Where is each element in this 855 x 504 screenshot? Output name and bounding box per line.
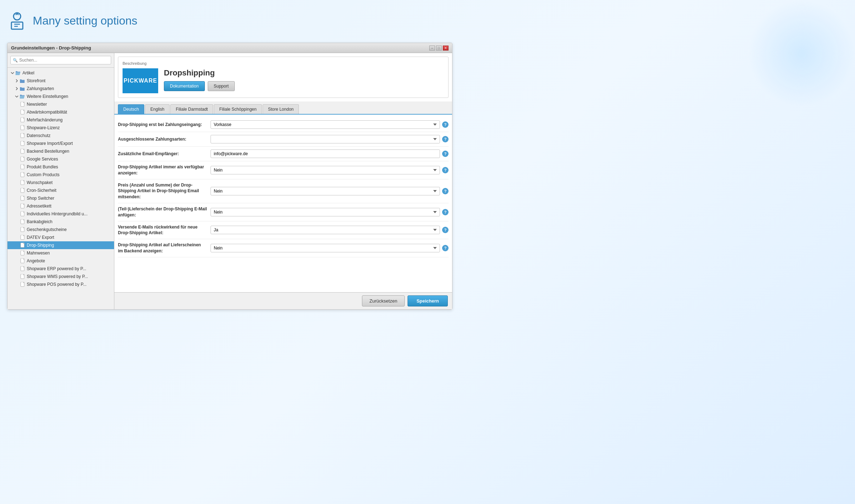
tab-deutsch[interactable]: Deutsch [118,104,144,114]
form-row-verfuegbar: Drop-Shipping Artikel immer als verfügba… [118,164,449,179]
support-button[interactable]: Support [208,81,235,91]
select-rueckwirkend[interactable]: JaNein [211,226,440,234]
search-box: 🔍 [7,53,114,68]
form-label-preis_email: Preis (Anzahl und Summe) der Drop-Shippi… [118,182,211,200]
form-section: Drop-Shipping erst bei Zahlungseingang:V… [114,115,452,266]
maximize-button[interactable]: □ [436,46,442,51]
sidebar-item-angebote[interactable]: Angebote [7,257,114,265]
sidebar-item-gutscheine[interactable]: Geschenkgutscheine [7,226,114,233]
search-input[interactable] [10,56,111,64]
nav-item-label: Produkt Bundles [27,164,58,169]
sidebar-item-cron[interactable]: Cron-Sicherheit [7,187,114,194]
description-section: Beschreibung PICKWARE Dropshipping Dokum… [118,57,449,98]
help-button-zahlungseingang[interactable]: ? [442,121,449,128]
sidebar-item-lizenz[interactable]: Shopware-Lizenz [7,124,114,132]
description-label: Beschreibung [123,61,444,65]
nav-item-label: Backend Bestellungen [27,149,69,154]
page-icon [20,188,25,193]
plugin-buttons: Dokumentation Support [164,81,235,91]
sidebar-item-bundles[interactable]: Produkt Bundles [7,163,114,171]
help-button-lieferschein_backend[interactable]: ? [442,245,449,251]
sidebar-item-pos[interactable]: Shopware POS powered by P... [7,280,114,288]
sidebar-item-wunsch[interactable]: Wunschpaket [7,179,114,187]
settings-box-icon [7,11,27,31]
help-button-zahlungsarten[interactable]: ? [442,136,449,142]
sidebar-item-custom[interactable]: Custom Products [7,171,114,179]
form-label-zahlungsarten: Ausgeschlossene Zahlungsarten: [118,136,211,142]
folder-icon [20,94,25,99]
form-label-email_empfaenger: Zusätzliche Email-Empfänger: [118,151,211,157]
window-titlebar: Grundeinstellungen - Drop-Shipping – □ ✕ [7,43,452,53]
tab-english[interactable]: English [145,104,170,114]
nav-item-label: Custom Products [27,172,59,177]
page-icon [20,133,25,138]
sidebar-item-abwaerts[interactable]: Abwärtskompatibilität [7,108,114,116]
sidebar-item-adresse[interactable]: Adressetikett [7,202,114,210]
sidebar-item-hintergrund[interactable]: Individuelles Hintergrundbild u... [7,210,114,218]
page-icon [20,172,25,177]
plugin-info: Dropshipping Dokumentation Support [164,68,235,91]
sidebar-item-importexport[interactable]: Shopware Import/Export [7,140,114,147]
page-icon [20,157,25,162]
select-lieferschein_backend[interactable]: NeinJa [211,244,440,252]
tab-darmstadt[interactable]: Filiale Darmstadt [170,104,213,114]
nav-item-label: Adressetikett [27,204,51,209]
sidebar-item-switcher[interactable]: Shop Switcher [7,194,114,202]
help-button-rueckwirkend[interactable]: ? [442,227,449,233]
page-icon [20,258,25,263]
sidebar-item-mehrfach[interactable]: Mehrfachänderung [7,116,114,124]
input-email_empfaenger[interactable] [211,149,440,158]
help-button-lieferschein[interactable]: ? [442,209,449,215]
collapse-icon [10,71,15,75]
sidebar-item-backend[interactable]: Backend Bestellungen [7,147,114,155]
page-icon [20,164,25,169]
page-icon [20,196,25,201]
help-button-preis_email[interactable]: ? [442,188,449,194]
documentation-button[interactable]: Dokumentation [164,81,205,91]
sidebar-item-bank[interactable]: Bankabgleich [7,218,114,226]
sidebar-item-newsletter[interactable]: Newsletter [7,100,114,108]
sidebar-item-wms[interactable]: Shopware WMS powered by P... [7,273,114,280]
tab-london[interactable]: Store London [263,104,299,114]
sidebar-item-datev[interactable]: DATEV Export [7,233,114,241]
sidebar-item-google[interactable]: Google Services [7,155,114,163]
sidebar-item-storefront[interactable]: Storefront [7,77,114,85]
sidebar-item-mahnwesen[interactable]: Mahnwesen [7,249,114,257]
content-panel: Beschreibung PICKWARE Dropshipping Dokum… [114,53,452,309]
form-label-lieferschein_backend: Drop-Shipping Artikel auf Lieferscheinen… [118,242,211,254]
sidebar-item-dropshipping[interactable]: Drop-Shipping [7,241,114,249]
folder-icon [20,78,25,83]
help-button-verfuegbar[interactable]: ? [442,167,449,173]
reset-button[interactable]: Zurücksetzen [362,295,405,306]
form-row-lieferschein: (Teil-)Lieferschein der Drop-Shipping E-… [118,206,449,221]
tab-schoeppingen[interactable]: Filiale Schöppingen [214,104,262,114]
select-lieferschein[interactable]: NeinJa [211,208,440,216]
close-button[interactable]: ✕ [443,46,449,51]
page-icon [20,251,25,256]
select-zahlungsarten[interactable] [211,135,440,143]
expand-icon [15,79,19,83]
collapse-icon [15,94,19,99]
form-row-zahlungseingang: Drop-Shipping erst bei Zahlungseingang:V… [118,120,449,132]
help-button-email_empfaenger[interactable]: ? [442,151,449,157]
nav-item-label: Zahlungsarten [27,86,54,91]
sidebar-item-datenschutz[interactable]: Datenschutz [7,132,114,140]
nav-item-label: Cron-Sicherheit [27,188,56,193]
select-preis_email[interactable]: NeinJa [211,187,440,195]
sidebar-item-weitere[interactable]: Weitere Einstellungen [7,93,114,100]
save-button[interactable]: Speichern [408,295,448,306]
form-row-zahlungsarten: Ausgeschlossene Zahlungsarten:? [118,135,449,147]
minimize-button[interactable]: – [429,46,435,51]
nav-tree: Artikel Storefront Zahlungsarten Weitere… [7,68,114,290]
select-zahlungseingang[interactable]: VorkasseNeinJa [211,120,440,129]
select-verfuegbar[interactable]: NeinJa [211,166,440,174]
page-icon [20,141,25,146]
nav-item-label: Angebote [27,258,45,263]
sidebar-item-artikel[interactable]: Artikel [7,69,114,77]
window-footer: Zurücksetzen Speichern [114,292,452,309]
form-row-email_empfaenger: Zusätzliche Email-Empfänger:? [118,149,449,161]
page-icon [20,180,25,185]
sidebar-item-erp[interactable]: Shopware ERP powered by P... [7,265,114,273]
nav-item-label: Mehrfachänderung [27,117,63,122]
sidebar-item-zahlungsarten[interactable]: Zahlungsarten [7,85,114,93]
